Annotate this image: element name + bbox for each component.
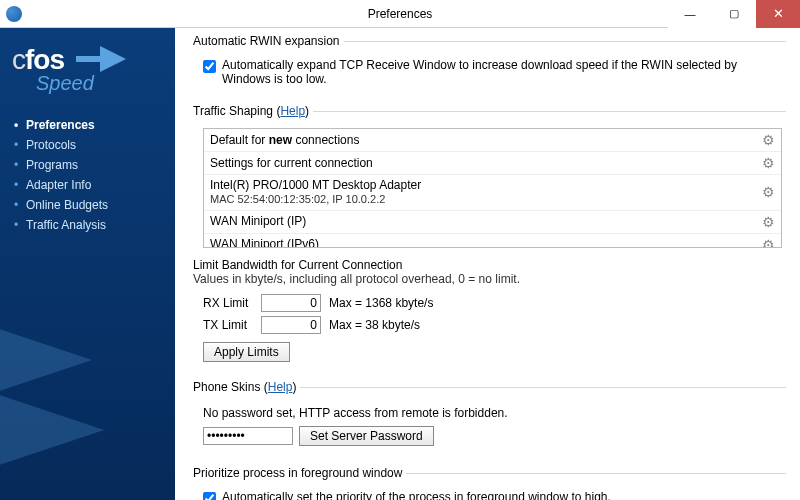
prioritize-checkbox-label: Automatically set the priority of the pr…	[222, 490, 611, 500]
nav-list: Preferences Protocols Programs Adapter I…	[0, 115, 175, 235]
tx-limit-label: TX Limit	[203, 318, 253, 332]
rx-limit-input[interactable]	[261, 294, 321, 312]
rwin-checkbox-label: Automatically expand TCP Receive Window …	[222, 58, 786, 86]
sidebar-decoration	[0, 300, 175, 500]
section-traffic: Traffic Shaping (Help) Default for new c…	[193, 104, 786, 368]
close-button[interactable]: ✕	[756, 0, 800, 28]
limit-subtitle: Values in kbyte/s, including all protoco…	[193, 272, 786, 286]
logo: cfos Speed	[0, 28, 175, 115]
titlebar: Preferences — ▢ ✕	[0, 0, 800, 28]
maximize-button[interactable]: ▢	[712, 0, 756, 28]
gear-icon[interactable]: ⚙	[762, 132, 775, 148]
conn-label: Settings for current connection	[210, 156, 373, 171]
limit-title: Limit Bandwidth for Current Connection	[193, 258, 786, 272]
tx-limit-input[interactable]	[261, 316, 321, 334]
traffic-help-link[interactable]: Help	[280, 104, 305, 118]
app-icon	[6, 6, 22, 22]
conn-label: WAN Miniport (IP)	[210, 214, 306, 229]
set-server-password-button[interactable]: Set Server Password	[299, 426, 434, 446]
section-traffic-legend: Traffic Shaping (Help)	[193, 104, 313, 118]
nav-programs[interactable]: Programs	[14, 155, 175, 175]
server-password-input[interactable]	[203, 427, 293, 445]
rx-limit-max: Max = 1368 kbyte/s	[329, 296, 433, 310]
section-rwin: Automatic RWIN expansion Automatically e…	[193, 34, 786, 92]
sidebar: cfos Speed Preferences Protocols Program…	[0, 28, 175, 500]
connection-list[interactable]: Default for new connections ⚙ Settings f…	[203, 128, 782, 248]
prioritize-checkbox[interactable]	[203, 492, 216, 500]
rwin-checkbox[interactable]	[203, 60, 216, 73]
gear-icon[interactable]: ⚙	[762, 184, 775, 200]
apply-limits-button[interactable]: Apply Limits	[203, 342, 290, 362]
phone-help-link[interactable]: Help	[268, 380, 293, 394]
nav-adapter-info[interactable]: Adapter Info	[14, 175, 175, 195]
phone-text: No password set, HTTP access from remote…	[203, 406, 786, 420]
section-phone-legend: Phone Skins (Help)	[193, 380, 300, 394]
conn-row-default[interactable]: Default for new connections ⚙	[204, 129, 781, 152]
conn-label: WAN Miniport (IPv6)	[210, 237, 319, 248]
section-rwin-legend: Automatic RWIN expansion	[193, 34, 344, 48]
conn-label: Default for new connections	[210, 133, 359, 148]
gear-icon[interactable]: ⚙	[762, 214, 775, 230]
section-prioritize: Prioritize process in foreground window …	[193, 466, 786, 500]
rx-limit-label: RX Limit	[203, 296, 253, 310]
window-controls: — ▢ ✕	[668, 0, 800, 28]
section-phone-skins: Phone Skins (Help) No password set, HTTP…	[193, 380, 786, 454]
conn-label: Intel(R) PRO/1000 MT Desktop Adapter MAC…	[210, 178, 421, 207]
conn-row-current[interactable]: Settings for current connection ⚙	[204, 152, 781, 175]
nav-traffic-analysis[interactable]: Traffic Analysis	[14, 215, 175, 235]
nav-online-budgets[interactable]: Online Budgets	[14, 195, 175, 215]
tx-limit-max: Max = 38 kbyte/s	[329, 318, 420, 332]
minimize-button[interactable]: —	[668, 0, 712, 28]
gear-icon[interactable]: ⚙	[762, 237, 775, 248]
conn-row-adapter[interactable]: Intel(R) PRO/1000 MT Desktop Adapter MAC…	[204, 175, 781, 211]
section-prioritize-legend: Prioritize process in foreground window	[193, 466, 406, 480]
conn-row-wan-ipv6[interactable]: WAN Miniport (IPv6) ⚙	[204, 234, 781, 248]
content-pane[interactable]: Automatic RWIN expansion Automatically e…	[175, 28, 800, 500]
conn-row-wan-ip[interactable]: WAN Miniport (IP) ⚙	[204, 211, 781, 234]
gear-icon[interactable]: ⚙	[762, 155, 775, 171]
nav-protocols[interactable]: Protocols	[14, 135, 175, 155]
nav-preferences[interactable]: Preferences	[14, 115, 175, 135]
